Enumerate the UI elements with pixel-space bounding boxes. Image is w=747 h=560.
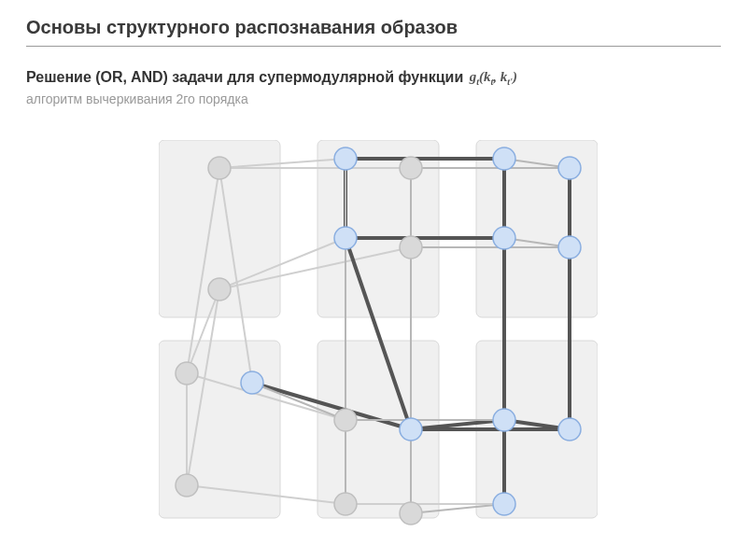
diagram-node — [493, 227, 515, 249]
diagram-node — [334, 147, 357, 170]
diagram-svg — [159, 140, 598, 532]
diagram-node — [493, 409, 515, 431]
diagram — [159, 140, 598, 532]
diagram-node — [493, 147, 515, 170]
diagram-node — [334, 409, 357, 431]
diagram-node — [334, 493, 357, 515]
diagram-node — [334, 227, 357, 249]
subtitle-secondary: алгоритм вычеркивания 2го порядка — [26, 91, 721, 106]
diagram-node — [208, 157, 231, 179]
diagram-node — [176, 474, 198, 497]
diagram-node — [493, 493, 515, 515]
title-divider — [26, 46, 721, 47]
diagram-node — [400, 502, 422, 525]
slide: Основы структурного распознавания образо… — [0, 0, 747, 560]
diagram-node — [558, 236, 581, 259]
diagram-node — [400, 418, 422, 441]
diagram-node — [241, 371, 263, 394]
page-title: Основы структурного распознавания образо… — [26, 17, 721, 38]
formula: gt(kt, kt') — [470, 69, 517, 84]
diagram-node — [400, 157, 422, 179]
diagram-node — [176, 362, 198, 385]
diagram-node — [558, 418, 581, 441]
diagram-node — [400, 236, 422, 259]
subtitle-text: Решение (OR, AND) задачи для супермодуля… — [26, 69, 463, 85]
subtitle: Решение (OR, AND) задачи для супермодуля… — [26, 69, 721, 88]
diagram-node — [558, 157, 581, 179]
diagram-node — [208, 278, 231, 301]
